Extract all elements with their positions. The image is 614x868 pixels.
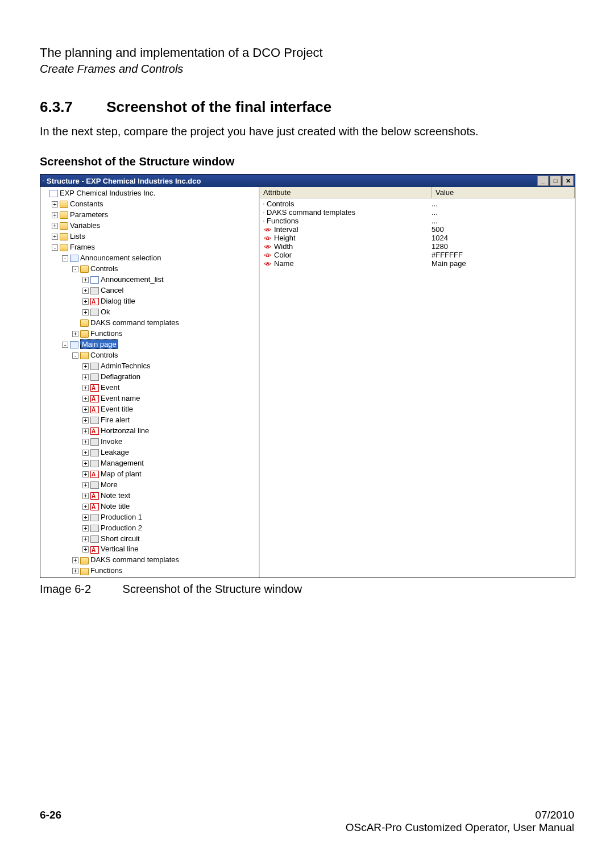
attribute-row[interactable]: Functions... (260, 217, 575, 225)
expand-icon[interactable]: + (82, 536, 89, 542)
collapse-icon[interactable]: - (72, 352, 78, 359)
expand-icon[interactable]: + (82, 288, 89, 294)
attribute-value: 1280 (428, 242, 574, 251)
tree-node[interactable]: -Controls (42, 350, 258, 361)
tree-node[interactable]: -Frames (42, 242, 258, 253)
tree-pane[interactable]: EXP Chemical Industries Inc.+Constants+P… (40, 187, 260, 578)
expand-icon[interactable]: + (52, 201, 58, 207)
button-icon (90, 460, 99, 467)
attribute-row[interactable]: ‹a›Width1280 (260, 242, 575, 251)
tree-node[interactable]: +Deflagration (42, 372, 258, 383)
tree-node[interactable]: +Announcement_list (42, 275, 258, 285)
tree-node[interactable]: +Ok (42, 307, 258, 318)
tree-node[interactable]: +Event (42, 383, 258, 393)
expand-icon[interactable]: + (82, 514, 89, 521)
col-value[interactable]: Value (432, 187, 575, 198)
attribute-row[interactable]: DAKS command templates... (260, 208, 575, 217)
expand-icon[interactable]: + (82, 493, 89, 499)
tree-node[interactable]: +Variables (42, 221, 258, 231)
tree-node[interactable]: +Functions (42, 329, 258, 339)
tree-node[interactable]: +DAKS command templates (42, 555, 258, 566)
expand-icon[interactable]: + (72, 568, 78, 574)
attribute-row[interactable]: ‹a›NameMain page (260, 259, 575, 268)
tree-node[interactable]: +Vertical line (42, 544, 258, 555)
expand-icon[interactable]: + (82, 482, 89, 488)
tree-node[interactable]: +Fire alert (42, 415, 258, 426)
expand-icon[interactable]: + (82, 450, 89, 456)
expand-icon[interactable]: + (82, 504, 89, 510)
tree-node[interactable]: +Production 1 (42, 512, 258, 523)
expand-icon[interactable]: + (82, 385, 89, 391)
tree-node-label: Functions (90, 329, 122, 338)
window-title: Structure - EXP Chemical Industries Inc.… (47, 177, 201, 185)
tree-node[interactable]: -Main page (42, 339, 258, 350)
attribute-row[interactable]: Controls... (260, 200, 575, 208)
expand-icon[interactable]: + (82, 363, 89, 369)
col-attribute[interactable]: Attribute (260, 187, 432, 198)
tree-node[interactable]: +Cancel (42, 285, 258, 296)
expand-icon[interactable]: + (82, 428, 89, 434)
attribute-name: DAKS command templates (267, 208, 355, 217)
expand-icon[interactable]: + (82, 396, 89, 402)
collapse-icon[interactable]: - (62, 255, 68, 261)
expand-icon[interactable]: + (82, 546, 89, 553)
tree-node[interactable]: +More (42, 480, 258, 491)
expand-icon[interactable]: + (82, 406, 89, 413)
window-titlebar[interactable]: Structure - EXP Chemical Industries Inc.… (40, 175, 575, 187)
expand-icon[interactable]: + (72, 331, 78, 337)
tree-node-label: Leakage (101, 448, 129, 456)
expand-icon[interactable]: + (82, 460, 89, 467)
minimize-button[interactable]: _ (537, 176, 549, 186)
tree-node[interactable]: +Event name (42, 393, 258, 404)
caption-text: Screenshot of the Structure window (123, 583, 302, 595)
collapse-icon[interactable]: - (52, 244, 58, 251)
collapse-icon[interactable]: - (62, 342, 68, 348)
tree-node[interactable]: -Announcement selection (42, 253, 258, 264)
expand-icon[interactable]: + (72, 557, 78, 563)
expand-icon[interactable]: + (82, 439, 89, 445)
footer-doc: OScAR-Pro Customized Operator, User Manu… (346, 821, 574, 834)
expand-icon[interactable]: + (82, 525, 89, 531)
expand-icon[interactable]: + (82, 298, 89, 305)
attribute-row[interactable]: ‹a›Interval500 (260, 225, 575, 234)
tree-node[interactable]: +Parameters (42, 210, 258, 221)
tree-node[interactable]: +Event title (42, 404, 258, 415)
tree-node[interactable]: +Short circuit (42, 534, 258, 545)
tree-node[interactable]: +Note title (42, 501, 258, 512)
caption-number: Image 6-2 (40, 583, 119, 596)
tree-node[interactable]: +Production 2 (42, 523, 258, 534)
button-icon (90, 514, 99, 521)
expand-icon[interactable]: + (82, 374, 89, 380)
expand-icon[interactable]: + (82, 277, 89, 283)
tree-node[interactable]: +AdminTechnics (42, 361, 258, 372)
tree-node-label: Constants (70, 200, 103, 208)
tree-node[interactable]: +Constants (42, 199, 258, 210)
attribute-row[interactable]: ‹a›Height1024 (260, 234, 575, 242)
tree-node[interactable]: DAKS command templates (42, 318, 258, 329)
expand-icon[interactable]: + (82, 417, 89, 423)
tree-node[interactable]: +Leakage (42, 447, 258, 458)
close-button[interactable]: ✕ (562, 176, 574, 186)
text-icon (90, 427, 99, 435)
tree-node[interactable]: -Controls (42, 264, 258, 275)
tree-node[interactable]: +Note text (42, 491, 258, 501)
tree-node[interactable]: EXP Chemical Industries Inc. (42, 188, 258, 199)
expand-icon[interactable]: + (82, 471, 89, 477)
attribute-value: ... (428, 217, 574, 225)
collapse-icon[interactable]: - (72, 266, 78, 272)
expand-icon[interactable]: + (82, 309, 89, 315)
tree-node[interactable]: +Invoke (42, 437, 258, 447)
tree-node[interactable]: +Dialog title (42, 296, 258, 307)
expand-icon[interactable]: + (52, 223, 58, 229)
tree-node[interactable]: +Management (42, 458, 258, 469)
attribute-row[interactable]: ‹a›Color#FFFFFF (260, 251, 575, 259)
tree-node[interactable]: +Map of plant (42, 469, 258, 480)
tree-node[interactable]: +Horizonzal line (42, 426, 258, 437)
tree-node[interactable]: +Functions (42, 566, 258, 576)
expand-icon[interactable]: + (52, 212, 58, 218)
body-paragraph: In the next step, compare the project yo… (40, 125, 574, 138)
expand-icon[interactable]: + (52, 234, 58, 240)
maximize-button[interactable]: □ (550, 176, 561, 186)
footer-date: 07/2010 (346, 809, 574, 821)
tree-node[interactable]: +Lists (42, 231, 258, 242)
